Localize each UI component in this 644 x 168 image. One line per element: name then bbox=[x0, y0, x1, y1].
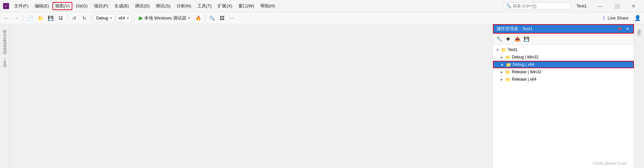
live-share-icon: ⇧ bbox=[602, 15, 606, 21]
expand-icon-debug-win32: ► bbox=[500, 55, 504, 59]
tree-label-debug-win32: Debug | Win32 bbox=[512, 55, 538, 59]
folder-icon-debug-x64: 📁 bbox=[506, 62, 511, 67]
folder-icon-release-win32: 📁 bbox=[505, 70, 510, 75]
platform-arrow: ▼ bbox=[126, 16, 129, 20]
sidebar-label-solution-explorer[interactable]: 解 bbox=[2, 26, 8, 28]
back-button[interactable]: ← bbox=[2, 14, 11, 23]
menu-item-file[interactable]: 文件(F) bbox=[11, 2, 31, 10]
app-icon: ▪ bbox=[3, 3, 9, 9]
panel-close-button[interactable]: ✕ bbox=[624, 26, 631, 32]
menu-item-debug[interactable]: 调试(D) bbox=[132, 2, 152, 10]
redo-button[interactable]: ↻ bbox=[80, 14, 89, 23]
fire-button[interactable]: 🔥 bbox=[194, 14, 202, 23]
sidebar-label-9[interactable]: 器 bbox=[2, 47, 8, 49]
close-button[interactable]: ✕ bbox=[626, 1, 641, 11]
find-button[interactable]: 🔍 bbox=[207, 14, 216, 23]
user-icon[interactable]: 👤 bbox=[633, 14, 642, 23]
tree-item-debug-x64[interactable]: ► 📁 Debug | x64 bbox=[493, 61, 634, 68]
search-input[interactable] bbox=[513, 4, 567, 8]
debug-config-dropdown[interactable]: Debug ▼ bbox=[94, 14, 115, 22]
toolbar-separator-3 bbox=[91, 15, 91, 22]
menu-bar: 文件(F)编辑(E)视图(V)Git(G)项目(P)生成(B)调试(D)测试(S… bbox=[11, 2, 504, 10]
run-button[interactable]: ▶ 本地 Windows 调试器 ▼ bbox=[137, 14, 193, 22]
tree-label-release-win32: Release | Win32 bbox=[512, 70, 541, 74]
property-panel-title: 属性管理器 - Test1 bbox=[496, 26, 614, 32]
expand-icon-release-win32: ► bbox=[500, 70, 504, 74]
folder-icon-root: 📁 bbox=[501, 47, 506, 52]
search-box[interactable]: 🔍 bbox=[504, 2, 571, 9]
tree-item-release-x64[interactable]: ► 📁 Release | x64 bbox=[493, 76, 634, 83]
property-toolbar: 🔧 ✚ 📥 💾 bbox=[493, 34, 634, 45]
live-share-label: Live Share bbox=[608, 15, 629, 20]
sidebar-label-5[interactable]: 资 bbox=[2, 36, 8, 38]
menu-item-tools[interactable]: 工具(T) bbox=[195, 2, 215, 10]
tree-label-release-x64: Release | x64 bbox=[512, 77, 536, 82]
left-sidebar: 解 决 方 案 资 源 管 理 器 工 具 箱 bbox=[0, 24, 10, 168]
menu-item-project[interactable]: 项目(P) bbox=[91, 2, 111, 10]
tree-item-release-win32[interactable]: ► 📁 Release | Win32 bbox=[493, 68, 634, 76]
maximize-button[interactable]: ⬜ bbox=[609, 1, 624, 11]
toolbar-right: ⇧ Live Share 👤 bbox=[599, 14, 642, 23]
menu-item-window[interactable]: 窗口(W) bbox=[236, 2, 257, 10]
toolbar-separator-1 bbox=[23, 15, 24, 22]
toolbar-separator-4 bbox=[134, 15, 135, 22]
main-content: 解 决 方 案 资 源 管 理 器 工 具 箱 属性管理器 - Test1 📌 … bbox=[0, 24, 644, 168]
sidebar-label-2[interactable]: 决 bbox=[2, 28, 8, 30]
menu-item-test[interactable]: 测试(S) bbox=[153, 2, 173, 10]
minimize-button[interactable]: — bbox=[592, 1, 608, 11]
toolbar-separator-2 bbox=[67, 15, 68, 22]
sidebar-label-properties[interactable]: 属 bbox=[636, 26, 642, 28]
live-share-button[interactable]: ⇧ Live Share bbox=[599, 14, 632, 22]
right-sidebar: 属 性 bbox=[634, 24, 644, 168]
save-all-button[interactable]: 🖫 bbox=[56, 14, 65, 23]
property-panel-header: 属性管理器 - Test1 📌 ✕ bbox=[493, 24, 634, 34]
pin-button[interactable]: 📌 bbox=[616, 26, 622, 32]
tree-item-root[interactable]: ▼ 📁 Test1 bbox=[493, 46, 634, 53]
menu-item-edit[interactable]: 编辑(E) bbox=[32, 2, 52, 10]
sidebar-label-properties-2[interactable]: 性 bbox=[636, 28, 642, 30]
sidebar-label-7[interactable]: 管 bbox=[2, 42, 8, 44]
sidebar-label-toolbox-3[interactable]: 箱 bbox=[2, 60, 8, 62]
menu-item-git[interactable]: Git(G) bbox=[73, 2, 90, 9]
run-label: 本地 Windows 调试器 bbox=[144, 15, 186, 21]
title-bar-right: 🔍 Test1 — ⬜ ✕ bbox=[504, 1, 641, 11]
play-icon: ▶ bbox=[139, 15, 143, 21]
extra-button[interactable]: ⋯ bbox=[228, 14, 236, 23]
menu-item-view[interactable]: 视图(V) bbox=[52, 2, 72, 10]
save-button[interactable]: 💾 bbox=[46, 14, 55, 23]
open-button[interactable]: 📁 bbox=[36, 14, 45, 23]
debug-config-label: Debug bbox=[96, 16, 108, 20]
toolbar-separator-5 bbox=[205, 15, 205, 22]
prop-import-button[interactable]: 📥 bbox=[513, 35, 521, 43]
new-solution-button[interactable]: 📄 bbox=[26, 14, 35, 23]
prop-add-button[interactable]: ✚ bbox=[504, 35, 512, 43]
tree-label-root: Test1 bbox=[508, 47, 518, 52]
menu-item-analyze[interactable]: 分析(N) bbox=[174, 2, 194, 10]
forward-button[interactable]: → bbox=[12, 14, 21, 23]
folder-icon-release-x64: 📁 bbox=[505, 77, 510, 82]
run-arrow: ▼ bbox=[188, 16, 191, 20]
watermark: CSDN @Hard Coder bbox=[593, 161, 627, 165]
prop-wrench-button[interactable]: 🔧 bbox=[495, 35, 503, 43]
expand-icon-root: ▼ bbox=[496, 48, 500, 52]
sidebar-label-6[interactable]: 源 bbox=[2, 39, 8, 41]
sidebar-label-toolbox-2[interactable]: 具 bbox=[2, 57, 8, 59]
platform-label: x64 bbox=[118, 16, 125, 20]
property-panel: 属性管理器 - Test1 📌 ✕ 🔧 ✚ 📥 💾 ▼ 📁 Test1 ► 📁 … bbox=[493, 24, 634, 168]
undo-button[interactable]: ↺ bbox=[70, 14, 79, 23]
image-button[interactable]: 🖼 bbox=[218, 14, 226, 23]
vs-logo: ▪ bbox=[3, 3, 9, 9]
debug-config-arrow: ▼ bbox=[109, 16, 112, 20]
sidebar-label-3[interactable]: 方 bbox=[2, 31, 8, 33]
sidebar-label-toolbox[interactable]: 工 bbox=[2, 54, 8, 56]
platform-dropdown[interactable]: x64 ▼ bbox=[116, 14, 131, 22]
property-tree: ▼ 📁 Test1 ► 📁 Debug | Win32 ► 📁 Debug | … bbox=[493, 45, 634, 168]
tree-item-debug-win32[interactable]: ► 📁 Debug | Win32 bbox=[493, 53, 634, 61]
sidebar-label-4[interactable]: 案 bbox=[2, 34, 8, 36]
menu-item-help[interactable]: 帮助(H) bbox=[258, 2, 278, 10]
menu-item-build[interactable]: 生成(B) bbox=[112, 2, 131, 10]
sidebar-label-8[interactable]: 理 bbox=[2, 44, 8, 46]
menu-item-extensions[interactable]: 扩展(X) bbox=[215, 2, 235, 10]
expand-icon-debug-x64: ► bbox=[500, 62, 504, 67]
prop-save-button[interactable]: 💾 bbox=[522, 35, 530, 43]
